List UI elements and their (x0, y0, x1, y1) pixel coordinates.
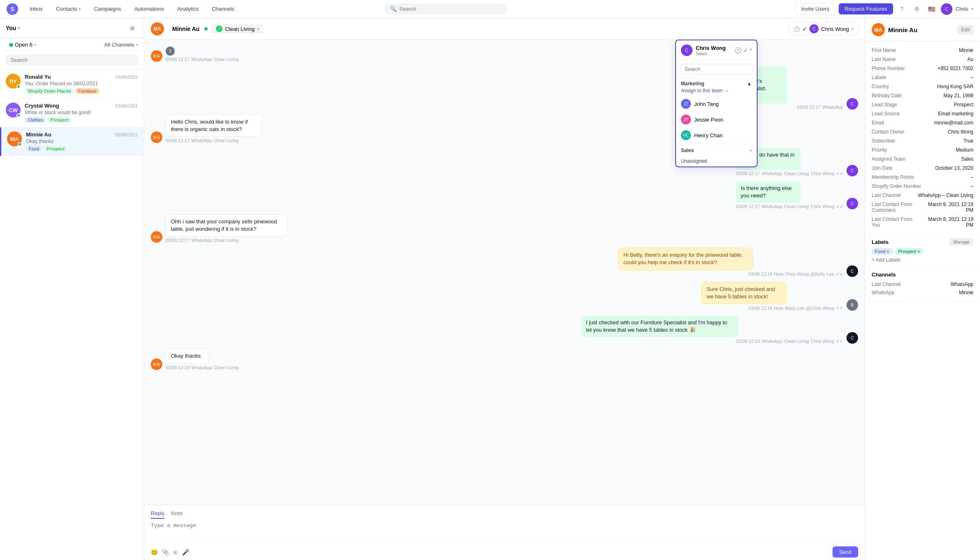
agent-item-henry[interactable]: HC Henry Chan (676, 127, 757, 143)
channel-badge[interactable]: ✓ Clean Living ▾ (212, 24, 263, 34)
message-bubble: Is there anything else you need? (736, 181, 800, 203)
nav-inbox[interactable]: Inbox (25, 3, 48, 14)
chat-area: MA Minnie Au ✓ Clean Living ▾ 🕐 ✓ C Chri… (144, 18, 865, 560)
msg-channel: WhatsApp (761, 204, 782, 209)
label-close-icon[interactable]: × (886, 249, 889, 254)
msg-time: 03/08 12:17 (166, 138, 189, 143)
field-last-contact-from-customers: Last Contact From Customers March 8, 202… (872, 200, 973, 215)
reply-input[interactable] (151, 522, 858, 534)
global-search-box[interactable]: 🔍 (384, 3, 508, 14)
tab-reply[interactable]: Reply (151, 508, 164, 519)
attachment-icon[interactable]: 📎 (162, 549, 169, 555)
avatar: RY (6, 74, 21, 89)
assigned-agent-avatar: C (809, 24, 819, 33)
open-status-filter[interactable]: Open 6 ▾ (6, 41, 40, 49)
send-button[interactable]: Send (833, 546, 858, 558)
invite-users-button[interactable]: Invite Users (795, 3, 836, 15)
dropdown-search-input[interactable] (680, 64, 753, 75)
filter-row: Open 6 ▾ All Channels ▾ (0, 38, 144, 51)
msg-source: Clean Living (214, 138, 239, 143)
channels-chevron-icon: ▾ (136, 42, 138, 47)
open-label: Open (15, 42, 28, 48)
edit-contact-button[interactable]: Edit (957, 25, 973, 34)
user-avatar[interactable]: C (941, 3, 952, 15)
all-channels-filter[interactable]: All Channels ▾ (104, 42, 138, 48)
read-receipt-icon: ✓✓ (836, 171, 843, 176)
read-receipt-icon: ✓✓ (836, 338, 843, 344)
tab-note[interactable]: Note (171, 508, 182, 519)
reply-input-area (144, 519, 865, 544)
nav-contacts[interactable]: Contacts ▾ (51, 3, 86, 14)
conversation-sidebar: You ▾ ⊞ Open 6 ▾ All Channels ▾ (0, 18, 144, 560)
sidebar-grid-icon[interactable]: ⊞ (126, 22, 138, 34)
agent-item-john[interactable]: JT John Tang (676, 96, 757, 112)
check-action-icon[interactable]: ✓ (743, 47, 748, 54)
conversation-item-minnie[interactable]: MA Minnie Au 03/08/2021 Okay thanks Food… (0, 127, 144, 156)
label-prospect[interactable]: Prospect × (895, 248, 924, 255)
dropdown-header: C Chris Wong Sales 🕐 ✓ ▾ (676, 40, 757, 61)
dropdown-chevron-icon[interactable]: ▾ (750, 47, 752, 54)
field-phone: Phone Number +852 9221 7302 (872, 64, 973, 73)
open-status-dot (9, 43, 13, 47)
add-label-button[interactable]: + Add Labels (872, 257, 973, 263)
dropdown-unassigned-section[interactable]: Unassigned (676, 156, 757, 166)
label-close-icon[interactable]: × (917, 249, 920, 254)
msg-channel: WhatsApp (822, 105, 843, 110)
chat-header-actions: 🕐 ✓ C Chris Wong ▾ (789, 22, 858, 35)
nav-channels[interactable]: Channels (207, 3, 239, 14)
conversation-search-input[interactable] (6, 54, 138, 66)
template-icon[interactable]: ⊞ (173, 549, 178, 555)
assign-agent-button[interactable]: 🕐 ✓ C Chris Wong ▾ (789, 22, 858, 35)
top-navigation: S Inbox Contacts ▾ Campaigns Automations… (0, 0, 980, 18)
clock-action-icon[interactable]: 🕐 (734, 47, 741, 54)
online-status-dot (16, 84, 21, 89)
app-logo[interactable]: S (7, 3, 18, 15)
channel-name: Clean Living (225, 26, 255, 32)
manage-labels-button[interactable]: Manage (950, 238, 973, 246)
agent-item-jessie[interactable]: JP Jessie Poon (676, 112, 757, 127)
agent-name: Jessie Poon (694, 117, 723, 123)
message-meta: 03/08 12:17 WhatsApp Clean Living (166, 238, 369, 243)
message-meta: 03/08 12:19 WhatsApp Clean Living Chris … (581, 338, 843, 344)
msg-avatar: MA (151, 358, 162, 370)
audio-icon[interactable]: 🎤 (182, 549, 189, 555)
nav-analytics[interactable]: Analytics (172, 3, 203, 14)
nav-campaigns[interactable]: Campaigns (89, 3, 126, 14)
msg-agent: Chris Wong (811, 204, 834, 209)
msg-source: Clean Living (214, 365, 239, 370)
marketing-chevron-icon: ▲ (747, 81, 752, 87)
conversation-item-ronald[interactable]: RY Ronald Yu 03/08/2021 You: Order Place… (0, 70, 144, 98)
nav-automations[interactable]: Automations (129, 3, 169, 14)
user-menu-chevron[interactable]: ▾ (971, 7, 973, 11)
message-bubble: Hello Chris, would like to know if there… (166, 115, 262, 137)
assign-team-link[interactable]: Assign to this team → (676, 88, 757, 96)
message-number-badge: 3 (166, 47, 175, 56)
avatar: MA (7, 131, 22, 146)
field-last-channel: Last Channel WhatsApp – Clean Living (872, 191, 973, 200)
conversation-preview: White or black would be good! (25, 110, 138, 115)
you-filter[interactable]: You ▾ (6, 25, 20, 31)
dropdown-sales-section[interactable]: Sales ▾ (676, 145, 757, 156)
conversation-item-crystal[interactable]: CW Crystal Wong 03/08/2021 White or blac… (0, 98, 144, 127)
message-content-wrapper: I just checked with our Furniture Specia… (581, 316, 843, 344)
message-meta: 03/08 12:17 WhatsApp Clean Living Chris … (736, 171, 843, 176)
flag-icon[interactable]: 🇺🇸 (926, 3, 938, 15)
reply-box: Reply Note 😊 📎 ⊞ 🎤 Send (144, 505, 865, 560)
channels-whatsapp-row: WhatsApp Minnie (872, 288, 973, 297)
search-input[interactable] (399, 6, 502, 12)
request-features-button[interactable]: Request Features (839, 3, 893, 14)
emoji-icon[interactable]: 😊 (151, 549, 158, 555)
help-icon[interactable]: ? (896, 3, 908, 15)
field-first-name: First Name Minnie (872, 46, 973, 55)
clock-icon: 🕐 (793, 26, 800, 32)
msg-agent: Chris Wong (811, 339, 834, 344)
online-status-dot (18, 142, 22, 146)
msg-time: 03/08 12:17 (736, 171, 760, 176)
contact-panel-avatar: MA (872, 23, 885, 36)
main-layout: You ▾ ⊞ Open 6 ▾ All Channels ▾ (0, 18, 980, 560)
label-food[interactable]: Food × (872, 248, 893, 255)
settings-icon[interactable]: ⚙ (911, 3, 923, 15)
tag-food: Food (26, 146, 42, 152)
message-row: MA Okay thanks 03/08 12:19 WhatsApp Clea… (151, 349, 858, 370)
conversation-content: Minnie Au 03/08/2021 Okay thanks Food Pr… (26, 131, 138, 152)
